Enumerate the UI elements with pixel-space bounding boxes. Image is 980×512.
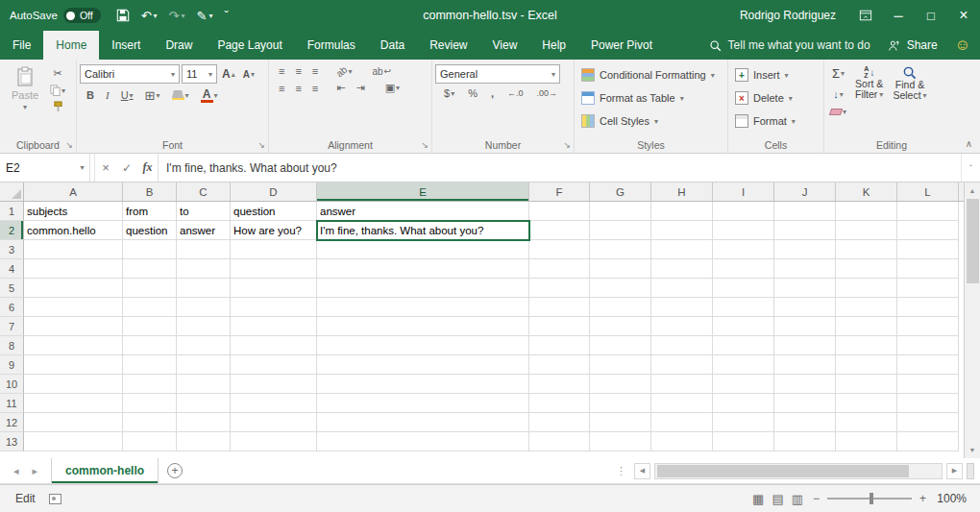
cell-A10[interactable]	[24, 375, 123, 394]
cell-K9[interactable]	[836, 355, 897, 375]
cell-G12[interactable]	[590, 413, 651, 432]
column-header-H[interactable]: H	[651, 183, 713, 201]
cell-H2[interactable]	[651, 221, 713, 240]
cell-J2[interactable]	[774, 221, 836, 240]
alignment-dialog-launcher-icon[interactable]: ↘	[421, 140, 429, 150]
cell-E13[interactable]	[317, 432, 529, 451]
cell-H9[interactable]	[651, 355, 713, 375]
tell-me-box[interactable]: Tell me what you want to do	[709, 38, 870, 52]
cell-I3[interactable]	[713, 240, 774, 259]
cell-F3[interactable]	[529, 240, 590, 259]
column-header-L[interactable]: L	[897, 183, 959, 201]
cell-H3[interactable]	[651, 240, 713, 259]
cell-C13[interactable]	[177, 432, 231, 451]
cell-I2[interactable]	[713, 221, 774, 240]
cell-H6[interactable]	[651, 298, 713, 317]
cell-L7[interactable]	[897, 317, 959, 336]
font-size-dropdown[interactable]: ▾	[208, 70, 212, 79]
autosave-toggle[interactable]: AutoSave Off	[10, 8, 101, 23]
cell-L10[interactable]	[897, 375, 959, 394]
pen-dropdown[interactable]: ▾	[208, 12, 212, 20]
page-layout-view-button[interactable]: ▤	[772, 492, 783, 506]
row-header-12[interactable]: 12	[0, 413, 24, 432]
bottom-align-button[interactable]: ≡	[309, 64, 321, 78]
decrease-font-size-button[interactable]: A▾	[240, 68, 257, 81]
scroll-left-button[interactable]: ◀	[634, 463, 650, 479]
autosum-button[interactable]: Σ▾	[827, 65, 849, 82]
cell-C4[interactable]	[177, 259, 231, 279]
cell-L11[interactable]	[897, 394, 959, 413]
fill-color-button[interactable]: ▾	[169, 89, 192, 101]
cell-E10[interactable]	[317, 375, 529, 394]
cell-A8[interactable]	[24, 336, 123, 355]
cell-C8[interactable]	[177, 336, 231, 355]
cell-D13[interactable]	[231, 432, 317, 451]
column-header-J[interactable]: J	[774, 183, 836, 201]
cell-E2[interactable]: I'm fine, thanks. What about you?	[317, 221, 529, 240]
cell-B6[interactable]	[123, 298, 177, 317]
cell-G2[interactable]	[590, 221, 651, 240]
cell-I12[interactable]	[713, 413, 774, 432]
tab-power-pivot[interactable]: Power Pivot	[578, 31, 665, 60]
cell-F13[interactable]	[529, 432, 590, 451]
next-sheet-button[interactable]: ▸	[33, 465, 38, 477]
cell-A1[interactable]: subjects	[24, 202, 123, 221]
zoom-slider[interactable]	[827, 498, 912, 500]
increase-font-size-button[interactable]: A▴	[219, 66, 238, 82]
cell-B5[interactable]	[123, 279, 177, 298]
horizontal-scrollbar-thumb[interactable]	[657, 465, 909, 477]
cell-A9[interactable]	[24, 355, 123, 375]
cell-L1[interactable]	[897, 202, 959, 221]
cell-A7[interactable]	[24, 317, 123, 336]
undo-dropdown[interactable]: ▾	[154, 12, 158, 20]
row-header-2[interactable]: 2	[0, 221, 24, 240]
decrease-decimal-button[interactable]: .00→	[534, 87, 561, 99]
minimize-button[interactable]: ─	[882, 0, 915, 31]
sheet-tab-common-hello[interactable]: common-hello	[51, 458, 159, 483]
column-header-C[interactable]: C	[177, 183, 231, 201]
cell-K7[interactable]	[836, 317, 897, 336]
horizontal-split-handle[interactable]	[967, 463, 974, 479]
cell-B13[interactable]	[123, 432, 177, 451]
row-header-10[interactable]: 10	[0, 375, 24, 394]
cell-A6[interactable]	[24, 298, 123, 317]
cell-C1[interactable]: to	[177, 202, 231, 221]
cell-J1[interactable]	[774, 202, 836, 221]
cell-B9[interactable]	[123, 355, 177, 375]
cell-F10[interactable]	[529, 375, 590, 394]
cell-G13[interactable]	[590, 432, 651, 451]
italic-button[interactable]: I	[103, 88, 112, 102]
cell-C7[interactable]	[177, 317, 231, 336]
cell-K13[interactable]	[836, 432, 897, 451]
cell-C12[interactable]	[177, 413, 231, 432]
cell-I11[interactable]	[713, 394, 774, 413]
center-button[interactable]: ≡	[292, 82, 304, 95]
cell-G4[interactable]	[590, 259, 651, 279]
insert-dropdown[interactable]: ▾	[785, 71, 789, 80]
cell-E9[interactable]	[317, 355, 529, 375]
format-cells-button[interactable]: Format ▾	[731, 110, 821, 133]
cell-A12[interactable]	[24, 413, 123, 432]
conditional-formatting-button[interactable]: Conditional Formatting ▾	[577, 63, 724, 86]
zoom-slider-thumb[interactable]	[870, 493, 873, 504]
cell-C9[interactable]	[177, 355, 231, 375]
cell-F7[interactable]	[529, 317, 590, 336]
cell-F6[interactable]	[529, 298, 590, 317]
cell-H4[interactable]	[651, 259, 713, 279]
new-sheet-button[interactable]: +	[159, 458, 191, 483]
cell-K12[interactable]	[836, 413, 897, 432]
row-header-9[interactable]: 9	[0, 355, 24, 375]
cell-L8[interactable]	[897, 336, 959, 355]
cell-A4[interactable]	[24, 259, 123, 279]
font-color-dropdown[interactable]: ▾	[214, 91, 218, 100]
cell-E12[interactable]	[317, 413, 529, 432]
cell-D12[interactable]	[231, 413, 317, 432]
column-header-K[interactable]: K	[836, 183, 897, 201]
cell-K4[interactable]	[836, 259, 897, 279]
cell-K1[interactable]	[836, 202, 897, 221]
middle-align-button[interactable]: ≡	[292, 64, 304, 78]
delete-cells-button[interactable]: × Delete ▾	[731, 86, 821, 110]
tab-review[interactable]: Review	[417, 31, 479, 60]
font-size-combo[interactable]: 11▾	[182, 64, 217, 84]
column-header-A[interactable]: A	[24, 183, 123, 201]
